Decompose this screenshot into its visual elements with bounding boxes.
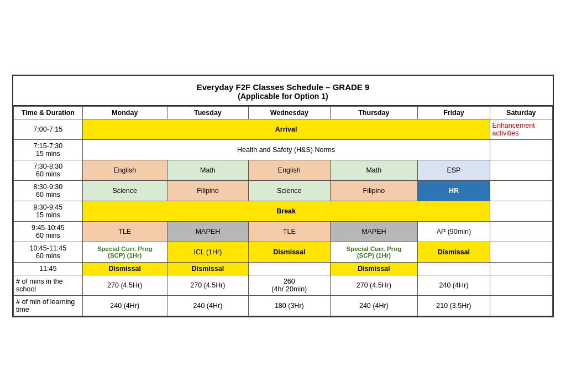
saturday-730 — [490, 160, 552, 181]
friday-1145 — [418, 263, 490, 275]
monday-tle: TLE — [82, 222, 167, 242]
header-monday: Monday — [82, 107, 167, 119]
main-title: Everyday F2F Classes Schedule – GRADE 9 — [18, 82, 548, 92]
time-730: 7:30-8:30 60 mins — [14, 160, 83, 181]
saturday-1145 — [490, 263, 552, 275]
saturday-1045 — [490, 242, 552, 263]
friday-ap: AP (90min) — [418, 222, 490, 242]
friday-dismissal-1045: Dismissal — [418, 242, 490, 263]
health-cell: Health and Safety (H&S) Norms — [82, 140, 490, 160]
friday-learning: 210 (3.5Hr) — [418, 296, 490, 316]
thursday-dismissal: Dismissal — [330, 263, 418, 275]
monday-mins-school: 270 (4.5Hr) — [82, 275, 167, 296]
saturday-mins-school — [490, 275, 552, 296]
time-1145: 11:45 — [14, 263, 83, 275]
friday-hr: HR — [418, 181, 490, 201]
time-arrival: 7:00-7:15 — [14, 119, 83, 140]
wednesday-tle: TLE — [249, 222, 330, 242]
row-health: 7:15-7:30 15 mins Health and Safety (H&S… — [14, 140, 553, 160]
thursday-filipino: Filipino — [330, 181, 418, 201]
thursday-mins-school: 270 (4.5Hr) — [330, 275, 418, 296]
thursday-mapeh: MAPEH — [330, 222, 418, 242]
wednesday-learning: 180 (3Hr) — [249, 296, 330, 316]
row-730: 7:30-8:30 60 mins English Math English M… — [14, 160, 553, 181]
tuesday-mapeh: MAPEH — [167, 222, 248, 242]
row-break: 9:30-9:45 15 mins Break — [14, 201, 553, 222]
row-1045: 10:45-11:45 60 mins Special Curr. Prog(S… — [14, 242, 553, 263]
wednesday-science: Science — [249, 181, 330, 201]
saturday-break — [490, 201, 552, 222]
monday-dismissal: Dismissal — [82, 263, 167, 275]
friday-esp: ESP — [418, 160, 490, 181]
row-mins-school: # of mins in the school 270 (4.5Hr) 270 … — [14, 275, 553, 296]
schedule-table: Time & Duration Monday Tuesday Wednesday… — [13, 106, 553, 316]
header-friday: Friday — [418, 107, 490, 119]
thursday-scp: Special Curr. Prog(SCP) (1Hr) — [330, 242, 418, 263]
monday-learning: 240 (4Hr) — [82, 296, 167, 316]
time-830: 8:30-9:30 60 mins — [14, 181, 83, 201]
time-break: 9:30-9:45 15 mins — [14, 201, 83, 222]
header-wednesday: Wednesday — [249, 107, 330, 119]
row-learning-time: # of min of learning time 240 (4Hr) 240 … — [14, 296, 553, 316]
row-arrival: 7:00-7:15 Arrival Enhancementactivities — [14, 119, 553, 140]
tuesday-icl: ICL (1Hr) — [167, 242, 248, 263]
tuesday-mins-school: 270 (4.5Hr) — [167, 275, 248, 296]
tuesday-filipino: Filipino — [167, 181, 248, 201]
wednesday-dismissal-1045: Dismissal — [249, 242, 330, 263]
time-1045: 10:45-11:45 60 mins — [14, 242, 83, 263]
friday-mins-school: 240 (4Hr) — [418, 275, 490, 296]
header-saturday: Saturday — [490, 107, 552, 119]
monday-scp: Special Curr. Prog(SCP) (1Hr) — [82, 242, 167, 263]
saturday-830 — [490, 181, 552, 201]
row-945: 9:45-10:45 60 mins TLE MAPEH TLE MAPEH A… — [14, 222, 553, 242]
tuesday-math: Math — [167, 160, 248, 181]
saturday-health — [490, 140, 552, 160]
row-830: 8:30-9:30 60 mins Science Filipino Scien… — [14, 181, 553, 201]
tuesday-dismissal: Dismissal — [167, 263, 248, 275]
arrival-cell: Arrival — [82, 119, 490, 140]
wednesday-mins-school: 260(4hr 20min) — [249, 275, 330, 296]
thursday-math: Math — [330, 160, 418, 181]
tuesday-learning: 240 (4Hr) — [167, 296, 248, 316]
time-health: 7:15-7:30 15 mins — [14, 140, 83, 160]
saturday-learning — [490, 296, 552, 316]
header-time: Time & Duration — [14, 107, 83, 119]
thursday-learning: 240 (4Hr) — [330, 296, 418, 316]
label-mins-school: # of mins in the school — [14, 275, 83, 296]
saturday-enhancement: Enhancementactivities — [490, 119, 552, 140]
monday-science: Science — [82, 181, 167, 201]
label-learning-time: # of min of learning time — [14, 296, 83, 316]
sub-title: (Applicable for Option 1) — [18, 92, 548, 101]
row-1145: 11:45 Dismissal Dismissal Dismissal — [14, 263, 553, 275]
wednesday-1145 — [249, 263, 330, 275]
schedule-title: Everyday F2F Classes Schedule – GRADE 9 … — [13, 76, 553, 106]
header-tuesday: Tuesday — [167, 107, 248, 119]
saturday-945 — [490, 222, 552, 242]
header-row: Time & Duration Monday Tuesday Wednesday… — [14, 107, 553, 119]
wednesday-english: English — [249, 160, 330, 181]
break-cell: Break — [82, 201, 490, 222]
header-thursday: Thursday — [330, 107, 418, 119]
schedule-container: Everyday F2F Classes Schedule – GRADE 9 … — [12, 75, 554, 317]
time-945: 9:45-10:45 60 mins — [14, 222, 83, 242]
monday-english: English — [82, 160, 167, 181]
